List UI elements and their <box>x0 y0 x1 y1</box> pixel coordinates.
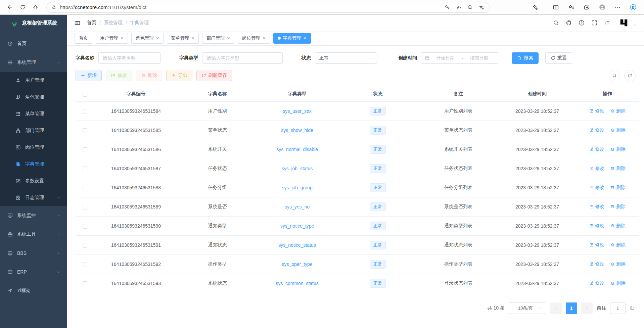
sidebar-item-param[interactable]: 参数设置 <box>0 173 67 189</box>
sidebar-item-menu[interactable]: 菜单管理 <box>0 105 67 122</box>
close-tab-icon[interactable]: × <box>192 36 195 41</box>
refresh-table-button[interactable] <box>624 70 636 81</box>
breadcrumb-item-0[interactable]: 首页 <box>87 20 96 26</box>
sidebar-item-monitor[interactable]: 系统监控 <box>0 206 67 225</box>
row-delete-button[interactable]: 删除 <box>610 223 626 229</box>
sidebar-item-post[interactable]: 岗位管理 <box>0 139 67 156</box>
arrow-left-button[interactable] <box>5 2 15 12</box>
row-edit-button[interactable]: 修改 <box>589 223 604 229</box>
row-delete-button[interactable]: 删除 <box>610 146 626 152</box>
read-aloud-button[interactable] <box>454 3 463 12</box>
row-delete-button[interactable]: 删除 <box>610 280 626 286</box>
favorites-star-button[interactable] <box>566 2 576 12</box>
github-button[interactable] <box>566 20 572 26</box>
sidebar-item-system[interactable]: 系统管理 <box>0 53 67 72</box>
row-edit-button[interactable]: 修改 <box>589 108 604 114</box>
row-edit-button[interactable]: 修改 <box>589 204 604 210</box>
row-checkbox[interactable] <box>83 186 87 190</box>
tab-dept[interactable]: 部门管理× <box>202 33 234 44</box>
row-delete-button[interactable]: 删除 <box>610 185 626 191</box>
row-edit-button[interactable]: 修改 <box>589 242 604 248</box>
goto-page-input[interactable] <box>610 302 626 314</box>
fullscreen-button[interactable] <box>591 20 597 26</box>
sidebar-item-dept[interactable]: 部门管理 <box>0 122 67 139</box>
sidebar-item-user[interactable]: 用户管理 <box>0 72 67 89</box>
row-checkbox[interactable] <box>83 205 87 209</box>
status-select[interactable]: 正常 <box>315 52 377 64</box>
address-bar[interactable]: https://ccnetcore.com:1101/system/dict <box>46 2 490 13</box>
dict-type-link[interactable]: sys_common_status <box>276 281 319 286</box>
close-tab-icon[interactable]: × <box>263 36 266 41</box>
row-delete-button[interactable]: 删除 <box>610 242 626 248</box>
row-delete-button[interactable]: 删除 <box>610 204 626 210</box>
star-plus-button[interactable] <box>477 3 486 12</box>
row-checkbox[interactable] <box>83 147 87 152</box>
sidebar-collapse-button[interactable] <box>75 20 81 26</box>
close-tab-icon[interactable]: × <box>121 36 124 41</box>
close-tab-icon[interactable]: × <box>227 36 230 41</box>
extensions-button[interactable] <box>530 2 540 12</box>
next-page-button[interactable] <box>581 302 593 314</box>
tab-role[interactable]: 角色管理× <box>131 33 164 44</box>
refresh-button[interactable] <box>17 2 28 12</box>
add-button[interactable]: 新增 <box>76 70 102 81</box>
site-lock[interactable] <box>51 5 56 10</box>
row-delete-button[interactable]: 删除 <box>610 166 626 172</box>
sidebar-item-erp[interactable]: ERP <box>0 263 67 281</box>
dict-type-link[interactable]: sys_normal_disable <box>276 147 318 152</box>
export-button[interactable]: 导出 <box>166 70 192 81</box>
row-edit-button[interactable]: 修改 <box>589 127 604 133</box>
dict-type-link[interactable]: sys_notice_type <box>280 223 314 229</box>
row-edit-button[interactable]: 修改 <box>589 146 604 152</box>
ellipsis-button[interactable] <box>612 2 623 12</box>
date-range-picker[interactable]: 开始日期 - 结束日期 <box>421 52 498 64</box>
search-button[interactable]: 搜索 <box>512 52 539 64</box>
dict-type-link[interactable]: sys_job_status <box>282 166 313 171</box>
row-edit-button[interactable]: 修改 <box>589 166 604 172</box>
row-checkbox[interactable] <box>83 109 87 114</box>
home-button[interactable] <box>30 2 40 12</box>
question-button[interactable] <box>579 20 585 26</box>
select-all-checkbox[interactable] <box>83 92 87 97</box>
edit-button[interactable]: 修改 <box>106 70 132 81</box>
dict-type-link[interactable]: sys_user_sex <box>283 108 312 114</box>
dict-type-link[interactable]: sys_oper_type <box>282 262 312 267</box>
row-edit-button[interactable]: 修改 <box>589 185 604 191</box>
reset-button[interactable]: 重置 <box>545 52 572 64</box>
sidebar-item-log[interactable]: 日志管理 <box>0 189 67 206</box>
sidebar-item-dict[interactable]: 字典管理 <box>0 156 67 173</box>
row-delete-button[interactable]: 删除 <box>610 108 626 114</box>
tab-menu[interactable]: 菜单管理× <box>167 33 199 44</box>
tab-dict[interactable]: 字典管理× <box>273 33 311 44</box>
search-button[interactable] <box>553 20 559 26</box>
current-page-button[interactable]: 1 <box>566 302 577 314</box>
row-checkbox[interactable] <box>83 281 87 286</box>
dict-type-input[interactable] <box>202 52 283 64</box>
split-screen-button[interactable] <box>551 2 561 12</box>
key-button[interactable] <box>443 3 452 12</box>
collections-button[interactable] <box>582 2 592 12</box>
bing-button[interactable]: b <box>628 2 638 12</box>
user-avatar[interactable] <box>619 18 629 28</box>
row-edit-button[interactable]: 修改 <box>589 261 604 267</box>
tab-home[interactable]: 首页 <box>75 33 92 44</box>
toggle-search-button[interactable] <box>609 70 620 81</box>
row-checkbox[interactable] <box>83 224 87 229</box>
tab-post[interactable]: 岗位管理× <box>238 33 270 44</box>
refresh-cache-button[interactable]: 刷新缓存 <box>196 70 232 81</box>
dict-type-link[interactable]: sys_job_group <box>282 185 312 190</box>
sidebar-item-home[interactable]: 首页 <box>0 34 67 53</box>
row-checkbox[interactable] <box>83 167 87 171</box>
sidebar-item-bbs[interactable]: BBS <box>0 244 67 263</box>
dict-type-link[interactable]: sys_notice_status <box>278 242 316 248</box>
close-tab-icon[interactable]: × <box>156 36 159 41</box>
start-date-field[interactable]: 开始日期 <box>430 55 461 61</box>
user-menu-caret[interactable] <box>633 23 637 27</box>
tab-user[interactable]: 用户管理× <box>96 33 128 44</box>
sidebar-item-role[interactable]: 角色管理 <box>0 89 67 105</box>
row-checkbox[interactable] <box>83 128 87 133</box>
page-size-select[interactable]: 10条/页 <box>509 302 546 314</box>
sidebar-item-yi[interactable]: Yi框架 <box>0 281 67 300</box>
app-logo[interactable]: 意框架管理系统 <box>0 15 67 31</box>
row-checkbox[interactable] <box>83 243 87 248</box>
